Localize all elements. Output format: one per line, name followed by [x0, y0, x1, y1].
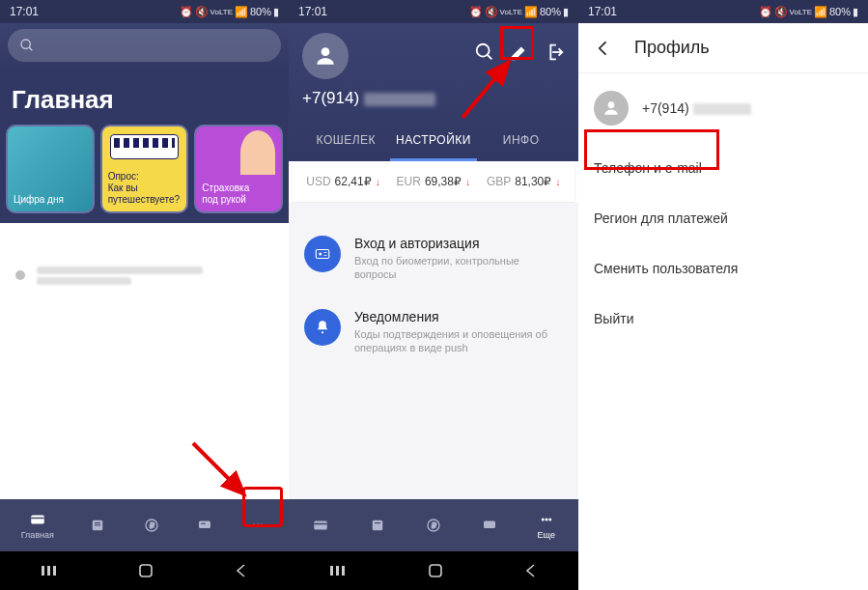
signal-icon: 📶: [235, 6, 248, 18]
ruble-icon: ₽: [424, 517, 443, 534]
more-icon: [248, 517, 267, 534]
svg-rect-6: [95, 524, 100, 525]
svg-point-11: [253, 524, 256, 527]
search-input[interactable]: [8, 29, 281, 62]
svg-rect-27: [314, 521, 327, 530]
nav-item-4[interactable]: [480, 517, 499, 534]
id-card-icon: [304, 236, 341, 272]
header-area: [0, 23, 289, 71]
person-icon: [313, 43, 338, 69]
svg-rect-3: [31, 518, 44, 520]
recents-button[interactable]: [328, 564, 348, 577]
blurred-content-row: [0, 246, 289, 304]
status-bar: 17:01 ⏰🔇VoLTE📶80%▮: [578, 0, 868, 23]
menu-phone-email[interactable]: Телефон и e-mail: [578, 143, 868, 193]
status-time: 17:01: [298, 5, 327, 18]
bottom-nav: ₽ Еще: [289, 499, 578, 551]
back-arrow-icon[interactable]: [594, 39, 613, 58]
ruble-icon: ₽: [142, 517, 161, 534]
nav-more[interactable]: [248, 517, 267, 534]
nav-item-1[interactable]: [311, 517, 330, 534]
avatar: [594, 91, 629, 126]
svg-point-36: [548, 519, 551, 521]
nav-item-2[interactable]: [368, 517, 387, 534]
svg-rect-16: [53, 566, 56, 576]
home-button[interactable]: [137, 562, 154, 579]
rate-gbp[interactable]: GBP81,30₽↓: [487, 175, 561, 188]
status-right: ⏰ 🔇 VoLTE 📶 80% ▮: [180, 6, 279, 18]
svg-rect-15: [47, 566, 50, 576]
rate-eur[interactable]: EUR69,38₽↓: [397, 175, 471, 188]
menu-logout[interactable]: Выйти: [578, 294, 868, 344]
status-bar: 17:01 ⏰ 🔇 VoLTE 📶 80% ▮: [0, 0, 289, 23]
status-time: 17:01: [588, 5, 617, 18]
nav-item-2[interactable]: [88, 517, 107, 534]
cards-row: Цифра дня Опрос: Как вы путешествуете? С…: [0, 125, 289, 223]
settings-item-notifications[interactable]: Уведомления Коды подтверждения и оповеще…: [289, 295, 578, 369]
svg-rect-39: [342, 566, 345, 576]
tab-info[interactable]: ИНФО: [477, 124, 565, 161]
down-arrow-icon: ↓: [376, 176, 381, 187]
nav-more[interactable]: Еще: [537, 511, 556, 540]
profile-header: +7(914) КОШЕЛЕК НАСТРОЙКИ ИНФО: [289, 23, 578, 161]
svg-text:₽: ₽: [149, 521, 154, 530]
down-arrow-icon: ↓: [555, 176, 561, 187]
tab-settings[interactable]: НАСТРОЙКИ: [390, 124, 478, 161]
card-label: Цифра дня: [14, 194, 87, 206]
more-icon: [537, 511, 556, 528]
nav-home[interactable]: Главная: [21, 511, 54, 540]
screen-settings: 17:01 ⏰🔇VoLTE📶 80%▮ +7(914) КОШЕЛЕК НАСТ…: [289, 0, 578, 590]
svg-rect-5: [95, 522, 100, 523]
svg-text:₽: ₽: [431, 521, 435, 530]
rate-usd[interactable]: USD62,41₽↓: [306, 175, 380, 188]
tab-wallet[interactable]: КОШЕЛЕК: [302, 124, 390, 161]
chat-icon: [480, 517, 499, 534]
person-icon: [240, 130, 275, 175]
nav-item-3[interactable]: ₽: [424, 517, 443, 534]
screen-home: 17:01 ⏰ 🔇 VoLTE 📶 80% ▮ Главная Цифра дн…: [0, 0, 289, 590]
svg-line-18: [193, 443, 244, 494]
nav-item-4[interactable]: [195, 517, 214, 534]
svg-point-12: [257, 524, 260, 527]
nav-item-3[interactable]: ₽: [142, 517, 161, 534]
system-nav: [0, 551, 289, 590]
svg-rect-40: [430, 565, 441, 576]
profile-user-row[interactable]: +7(914): [578, 73, 868, 143]
phone-number: +7(914): [642, 100, 751, 116]
receipt-icon: [88, 517, 107, 534]
person-icon: [602, 98, 621, 118]
settings-list: Вход и авторизация Вход по биометрии, ко…: [289, 203, 578, 499]
svg-point-42: [608, 101, 615, 108]
menu-region[interactable]: Регион для платежей: [578, 193, 868, 243]
svg-rect-14: [42, 566, 44, 576]
card-insurance[interactable]: Страховка под рукой: [194, 125, 283, 213]
logout-icon[interactable]: [544, 42, 565, 63]
svg-rect-17: [140, 565, 152, 576]
currency-rates: USD62,41₽↓ EUR69,38₽↓ GBP81,30₽↓: [293, 161, 574, 203]
alarm-icon: ⏰: [180, 6, 193, 18]
svg-point-13: [261, 524, 264, 527]
card-survey[interactable]: Опрос: Как вы путешествуете?: [100, 125, 189, 213]
svg-point-35: [545, 519, 547, 521]
menu-switch-user[interactable]: Сменить пользователя: [578, 243, 868, 294]
home-button[interactable]: [427, 562, 444, 579]
svg-point-34: [542, 519, 545, 521]
chat-icon: [195, 517, 214, 534]
svg-rect-28: [314, 523, 327, 525]
card-icon: [28, 511, 47, 528]
card-digit-of-day[interactable]: Цифра дня: [6, 125, 95, 213]
svg-rect-30: [375, 522, 380, 523]
svg-rect-9: [199, 521, 210, 529]
back-button[interactable]: [234, 563, 249, 578]
status-time: 17:01: [10, 5, 39, 18]
bottom-nav: Главная ₽: [0, 499, 289, 551]
svg-point-23: [319, 253, 322, 256]
avatar[interactable]: [302, 33, 349, 79]
svg-rect-2: [31, 516, 44, 524]
recents-button[interactable]: [40, 564, 59, 577]
screen-profile: 17:01 ⏰🔇VoLTE📶80%▮ Профиль +7(914) Телеф…: [578, 0, 868, 590]
status-right: ⏰🔇VoLTE📶 80%▮: [469, 6, 569, 18]
back-button[interactable]: [523, 563, 539, 578]
settings-item-auth[interactable]: Вход и авторизация Вход по биометрии, ко…: [289, 222, 578, 295]
profile-menu: Телефон и e-mail Регион для платежей Сме…: [578, 143, 868, 344]
